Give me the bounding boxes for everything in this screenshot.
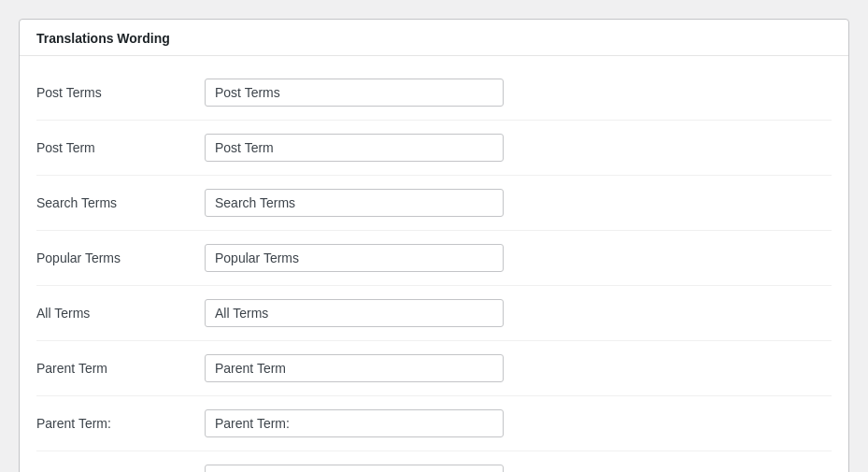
label-post-terms: Post Terms: [36, 85, 205, 100]
panel-body: Post TermsPost TermSearch TermsPopular T…: [20, 56, 848, 472]
input-post-terms[interactable]: [205, 79, 504, 107]
label-popular-terms: Popular Terms: [36, 250, 205, 265]
input-search-terms[interactable]: [205, 189, 504, 217]
input-popular-terms[interactable]: [205, 244, 504, 272]
label-post-term: Post Term: [36, 140, 205, 155]
form-row-parent-term: Parent Term: [36, 341, 832, 396]
form-row-parent-term-colon: Parent Term:: [36, 396, 832, 451]
form-row-all-terms: All Terms: [36, 286, 832, 341]
translations-wording-panel: Translations Wording Post TermsPost Term…: [19, 19, 849, 472]
input-all-terms[interactable]: [205, 299, 504, 327]
label-search-terms: Search Terms: [36, 195, 205, 210]
label-parent-term-colon: Parent Term:: [36, 416, 205, 431]
form-row-post-term: Post Term: [36, 121, 832, 176]
panel-title: Translations Wording: [36, 31, 170, 46]
input-parent-term-colon[interactable]: [205, 409, 504, 437]
input-parent-term[interactable]: [205, 354, 504, 382]
label-all-terms: All Terms: [36, 306, 205, 321]
panel-header: Translations Wording: [20, 20, 848, 56]
form-row-post-terms: Post Terms: [36, 65, 832, 121]
form-row-edit-term: Edit Term: [36, 451, 832, 472]
form-row-search-terms: Search Terms: [36, 176, 832, 231]
input-edit-term[interactable]: [205, 465, 504, 472]
label-parent-term: Parent Term: [36, 361, 205, 376]
input-post-term[interactable]: [205, 134, 504, 162]
form-row-popular-terms: Popular Terms: [36, 231, 832, 286]
